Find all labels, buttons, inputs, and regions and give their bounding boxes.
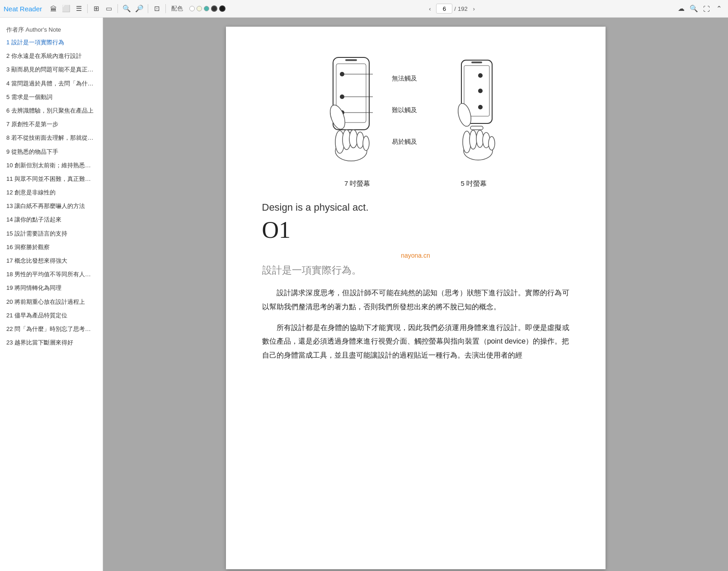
page-total: 192 bbox=[458, 5, 468, 12]
toc-item-3[interactable]: 3 顯而易見的問題可能不是真正的問題 bbox=[0, 63, 103, 76]
toc-item-16[interactable]: 16 洞察勝於觀察 bbox=[0, 241, 103, 254]
page-separator: / bbox=[454, 5, 456, 12]
search-right-icon[interactable]: 🔍 bbox=[689, 4, 699, 14]
next-page-button[interactable]: › bbox=[470, 4, 479, 13]
svg-rect-2 bbox=[345, 59, 357, 61]
phone-labels-7inch: 無法觸及 難以觸及 易於觸及 bbox=[392, 54, 417, 153]
page-navigation: ‹ / 192 › bbox=[425, 4, 478, 14]
svg-point-12 bbox=[363, 136, 369, 151]
toc-item-19[interactable]: 19 將同情轉化為同理 bbox=[0, 281, 103, 295]
page-input[interactable] bbox=[436, 4, 452, 14]
copy-icon[interactable]: ⬜ bbox=[61, 4, 71, 14]
fullscreen-icon[interactable]: ⛶ bbox=[702, 4, 712, 14]
toc-header: 作者序 Author's Note bbox=[0, 22, 103, 36]
body-paragraph-1: 設計講求深度思考，但設計師不可能在純然的認知（思考）狀態下進行設計。實際的行為可… bbox=[262, 286, 569, 314]
watermark: nayona.cn bbox=[262, 252, 569, 259]
sidebar: 作者序 Author's Note 1 設計是一項實際行為 2 你永遠是在系統內… bbox=[0, 18, 103, 571]
svg-point-4 bbox=[340, 72, 344, 76]
svg-point-21 bbox=[478, 73, 483, 78]
toc-item-20[interactable]: 20 將前期重心放在設計過程上 bbox=[0, 295, 103, 309]
save-icon[interactable]: 🏛 bbox=[48, 4, 58, 14]
color-dot-cream[interactable] bbox=[197, 6, 202, 11]
chapter-number: O1 bbox=[262, 217, 569, 243]
content-area: 無法觸及 難以觸及 易於觸及 bbox=[103, 18, 728, 571]
toc-item-7[interactable]: 7 原創性不是第一步 bbox=[0, 118, 103, 131]
toc-item-15[interactable]: 15 設計需要語言的支持 bbox=[0, 227, 103, 241]
toc-item-18[interactable]: 18 男性的平均值不等同所有人的平均值 bbox=[0, 268, 103, 281]
svg-point-5 bbox=[340, 94, 344, 99]
fit-page-icon[interactable]: ⊡ bbox=[152, 4, 162, 14]
right-toolbar: ☁ 🔍 ⛶ ⌃ bbox=[676, 4, 724, 14]
search-zoom-icon[interactable]: 🔎 bbox=[134, 4, 144, 14]
phone-5inch-group bbox=[453, 54, 507, 162]
toc-item-5[interactable]: 5 需求是一個動詞 bbox=[0, 90, 103, 104]
toc-item-13[interactable]: 13 讓白紙不再那麼嚇人的方法 bbox=[0, 199, 103, 213]
prev-page-button[interactable]: ‹ bbox=[425, 4, 434, 13]
body-paragraph-2: 所有設計都是在身體的協助下才能實現，因此我們必須運用身體來進行設計。即便是虛擬或… bbox=[262, 321, 569, 362]
menu-icon[interactable]: ☰ bbox=[74, 4, 84, 14]
diagram-captions: 7 吋螢幕 5 吋螢幕 bbox=[262, 176, 569, 188]
toc-item-21[interactable]: 21 儘早為產品特質定位 bbox=[0, 309, 103, 322]
phone-7inch-group: 無法觸及 難以觸及 易於觸及 bbox=[324, 54, 417, 162]
svg-rect-20 bbox=[470, 126, 483, 130]
caption-5inch: 5 吋螢幕 bbox=[461, 179, 487, 188]
svg-point-26 bbox=[470, 130, 477, 149]
divider bbox=[87, 4, 88, 13]
toc-item-22[interactable]: 22 問「為什麼」時別忘了思考「如何... bbox=[0, 322, 103, 336]
label-easy-touch: 易於觸及 bbox=[392, 138, 417, 146]
divider3 bbox=[148, 4, 148, 13]
divider4 bbox=[165, 4, 166, 13]
toc-item-12[interactable]: 12 創意是非線性的 bbox=[0, 186, 103, 199]
toc-item-4[interactable]: 4 當問題過於具體，去問「為什麼」 bbox=[0, 77, 103, 90]
svg-point-22 bbox=[478, 89, 483, 93]
svg-point-29 bbox=[488, 137, 495, 150]
chapter-title-zh: 設計是一項實際行為。 bbox=[262, 264, 569, 277]
single-view-icon[interactable]: ▭ bbox=[104, 4, 114, 14]
svg-point-11 bbox=[357, 132, 364, 148]
toc-item-10[interactable]: 10 創新但別太前衛；維持熟悉度但物... bbox=[0, 159, 103, 172]
color-dot-black[interactable] bbox=[219, 5, 225, 12]
toc-item-17[interactable]: 17 概念比發想來得強大 bbox=[0, 254, 103, 268]
caption-7inch: 7 吋螢幕 bbox=[344, 179, 371, 188]
toc-item-9[interactable]: 9 從熟悉的物品下手 bbox=[0, 145, 103, 159]
divider2 bbox=[117, 4, 118, 13]
search-icon[interactable]: 🔍 bbox=[122, 4, 132, 14]
toc-item-14[interactable]: 14 讓你的點子活起來 bbox=[0, 213, 103, 227]
toc-item-8[interactable]: 8 若不從技術面去理解，那就從概念去... bbox=[0, 131, 103, 145]
toc-item-1[interactable]: 1 設計是一項實際行為 bbox=[0, 36, 103, 49]
cloud-sync-icon[interactable]: ☁ bbox=[676, 4, 686, 14]
design-physical-text: Design is a physical act. bbox=[262, 202, 569, 213]
book-page: 無法觸及 難以觸及 易於觸及 bbox=[226, 27, 606, 569]
svg-rect-19 bbox=[471, 61, 482, 63]
svg-point-10 bbox=[349, 130, 357, 148]
color-dot-white[interactable] bbox=[189, 6, 195, 11]
expand-icon[interactable]: ⌃ bbox=[714, 4, 724, 14]
label-no-touch: 無法觸及 bbox=[392, 75, 417, 83]
toc-item-23[interactable]: 23 越界比當下斷層來得好 bbox=[0, 336, 103, 349]
svg-point-23 bbox=[478, 105, 483, 109]
color-dot-teal[interactable] bbox=[204, 6, 209, 11]
grid-view-icon[interactable]: ⊞ bbox=[91, 4, 101, 14]
phone-5inch-svg bbox=[453, 54, 507, 162]
color-label: 配色 bbox=[171, 5, 183, 13]
phone-7inch-svg bbox=[324, 54, 387, 162]
label-hard-touch: 難以觸及 bbox=[392, 106, 417, 114]
app-title: Neat Reader bbox=[4, 5, 42, 13]
toc-item-6[interactable]: 6 去辨識體驗，別只聚焦在產品上 bbox=[0, 104, 103, 118]
toolbar: Neat Reader 🏛 ⬜ ☰ ⊞ ▭ 🔍 🔎 ⊡ 配色 ‹ / 192 ›… bbox=[0, 0, 728, 18]
toc-item-11[interactable]: 11 與眾不同並不困難，真正難的是精... bbox=[0, 172, 103, 186]
phone-diagram: 無法觸及 難以觸及 易於觸及 bbox=[262, 54, 569, 162]
main-layout: 作者序 Author's Note 1 設計是一項實際行為 2 你永遠是在系統內… bbox=[0, 18, 728, 571]
color-dots bbox=[189, 5, 225, 12]
toc-item-2[interactable]: 2 你永遠是在系統內進行設計 bbox=[0, 49, 103, 63]
color-dot-dark[interactable] bbox=[211, 5, 217, 12]
